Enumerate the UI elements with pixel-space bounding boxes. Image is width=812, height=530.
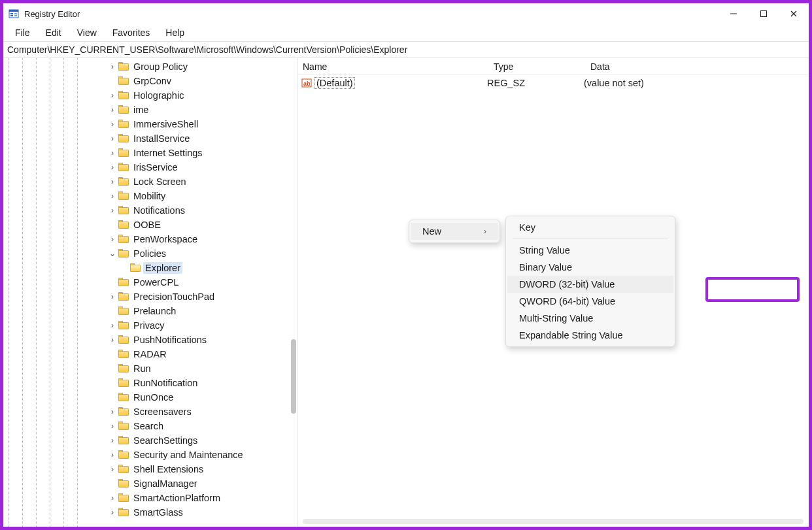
chevron-right-icon[interactable]: ›: [108, 206, 117, 215]
menu-item[interactable]: Multi-String Value: [507, 310, 673, 327]
chevron-right-icon[interactable]: ›: [108, 235, 117, 244]
values-hscrollbar[interactable]: [303, 519, 804, 524]
main-split: ›Group Policy›GrpConv›Holographic›ime›Im…: [3, 58, 809, 527]
tree-node[interactable]: ›PenWorkspace: [107, 232, 297, 246]
menu-item[interactable]: Key: [507, 219, 673, 236]
menu-item[interactable]: Binary Value: [507, 259, 673, 276]
chevron-right-icon[interactable]: ›: [108, 191, 117, 201]
menu-item[interactable]: DWORD (32-bit) Value: [507, 276, 673, 293]
tree-node[interactable]: ›Run: [107, 361, 297, 376]
menu-edit[interactable]: Edit: [39, 26, 68, 39]
tree-node[interactable]: ⌄Policies: [107, 246, 297, 261]
folder-icon: [118, 249, 129, 258]
chevron-right-icon[interactable]: ›: [108, 422, 117, 431]
folder-icon: [118, 465, 129, 474]
chevron-right-icon[interactable]: ›: [108, 120, 117, 129]
tree-node[interactable]: ›Explorer: [118, 261, 297, 275]
tree-node[interactable]: ›PushNotifications: [107, 333, 297, 347]
values-header: Name Type Data: [297, 58, 809, 75]
menu-file[interactable]: File: [8, 26, 37, 39]
tree[interactable]: ›Group Policy›GrpConv›Holographic›ime›Im…: [88, 58, 297, 527]
chevron-right-icon[interactable]: ›: [108, 335, 117, 344]
tree-node-label: Internet Settings: [131, 147, 205, 159]
tree-node[interactable]: ›SmartGlass: [107, 505, 297, 520]
col-header-data[interactable]: Data: [590, 61, 809, 72]
titlebar: Registry Editor: [3, 3, 809, 24]
chevron-right-icon[interactable]: ›: [108, 465, 117, 474]
chevron-right-icon[interactable]: ›: [108, 493, 117, 503]
close-button[interactable]: [779, 3, 809, 24]
tree-node[interactable]: ›GrpConv: [107, 74, 297, 88]
menu-help[interactable]: Help: [159, 26, 191, 39]
tree-node[interactable]: ›ime: [107, 103, 297, 117]
tree-node[interactable]: ›InstallService: [107, 131, 297, 146]
tree-node[interactable]: ›Shell Extensions: [107, 462, 297, 476]
chevron-right-icon[interactable]: ›: [108, 292, 117, 301]
chevron-right-icon: ›: [108, 76, 117, 86]
window-title: Registry Editor: [24, 9, 80, 19]
tree-node[interactable]: ›Holographic: [107, 88, 297, 103]
tree-node[interactable]: ›Prelaunch: [107, 304, 297, 318]
tree-node[interactable]: ›ImmersiveShell: [107, 117, 297, 131]
menu-view[interactable]: View: [71, 26, 103, 39]
tree-node[interactable]: ›Security and Maintenance: [107, 448, 297, 462]
menu-item[interactable]: New›: [411, 223, 498, 240]
tree-node-label: GrpConv: [131, 75, 173, 87]
chevron-right-icon[interactable]: ›: [108, 91, 117, 100]
tree-node[interactable]: ›SignalManager: [107, 476, 297, 491]
chevron-right-icon[interactable]: ›: [108, 508, 117, 517]
col-header-name[interactable]: Name: [297, 61, 494, 72]
folder-icon: [118, 321, 129, 330]
tree-node[interactable]: ›RunNotification: [107, 376, 297, 390]
svg-rect-4: [14, 13, 17, 14]
tree-node-label: PushNotifications: [131, 334, 209, 346]
chevron-right-icon[interactable]: ›: [108, 450, 117, 459]
tree-node[interactable]: ›Privacy: [107, 318, 297, 333]
menu-item[interactable]: QWORD (64-bit) Value: [507, 293, 673, 310]
chevron-right-icon[interactable]: ›: [108, 105, 117, 114]
context-submenu-new: KeyString ValueBinary ValueDWORD (32-bit…: [505, 216, 675, 347]
chevron-right-icon[interactable]: ›: [108, 436, 117, 445]
tree-node[interactable]: ›Lock Screen: [107, 174, 297, 189]
tree-node[interactable]: ›Internet Settings: [107, 146, 297, 160]
tree-node-label: PowerCPL: [131, 276, 180, 288]
tree-node[interactable]: ›PowerCPL: [107, 275, 297, 290]
tree-node[interactable]: ›SearchSettings: [107, 433, 297, 448]
chevron-right-icon[interactable]: ›: [108, 163, 117, 172]
tree-node[interactable]: ›OOBE: [107, 218, 297, 232]
tree-node[interactable]: ›Search: [107, 419, 297, 433]
chevron-right-icon[interactable]: ›: [108, 177, 117, 186]
folder-icon: [118, 220, 129, 229]
svg-rect-1: [9, 10, 18, 12]
folder-icon: [118, 163, 129, 172]
value-row[interactable]: ab (Default) REG_SZ (value not set): [297, 75, 809, 91]
tree-node[interactable]: ›RunOnce: [107, 390, 297, 405]
svg-rect-2: [10, 13, 13, 14]
chevron-down-icon[interactable]: ⌄: [108, 249, 117, 258]
address-bar[interactable]: Computer\HKEY_CURRENT_USER\Software\Micr…: [3, 41, 809, 58]
tree-node[interactable]: ›RADAR: [107, 347, 297, 361]
chevron-right-icon[interactable]: ›: [108, 321, 117, 330]
minimize-button[interactable]: [719, 3, 749, 24]
tree-node[interactable]: ›Notifications: [107, 203, 297, 218]
chevron-right-icon[interactable]: ›: [108, 62, 117, 71]
col-header-type[interactable]: Type: [494, 61, 590, 72]
window-controls: [719, 3, 809, 24]
tree-node-label: Lock Screen: [131, 176, 188, 188]
tree-node[interactable]: ›IrisService: [107, 160, 297, 174]
chevron-right-icon[interactable]: ›: [108, 148, 117, 157]
maximize-button[interactable]: [749, 3, 779, 24]
menu-item[interactable]: String Value: [507, 242, 673, 259]
tree-node[interactable]: ›Screensavers: [107, 405, 297, 419]
tree-node[interactable]: ›PrecisionTouchPad: [107, 290, 297, 304]
tree-node[interactable]: ›SmartActionPlatform: [107, 491, 297, 505]
address-path: Computer\HKEY_CURRENT_USER\Software\Micr…: [7, 44, 407, 55]
tree-node[interactable]: ›Mobility: [107, 189, 297, 203]
chevron-right-icon[interactable]: ›: [108, 134, 117, 143]
tree-node[interactable]: ›Group Policy: [107, 59, 297, 74]
chevron-right-icon[interactable]: ›: [108, 407, 117, 416]
folder-icon: [118, 335, 129, 344]
menu-item[interactable]: Expandable String Value: [507, 327, 673, 344]
menu-favorites[interactable]: Favorites: [106, 26, 157, 39]
tree-scrollbar[interactable]: [291, 339, 296, 414]
